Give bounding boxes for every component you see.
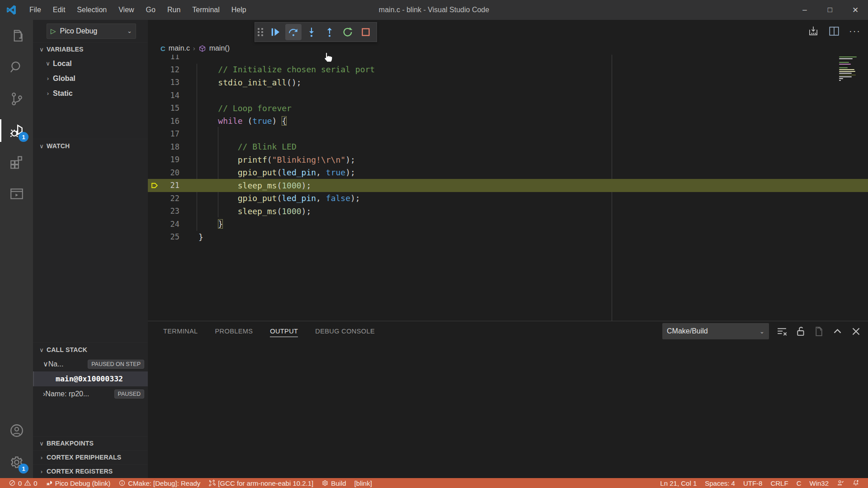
close-panel-icon[interactable] <box>850 326 862 337</box>
statusbar-platform[interactable]: Win32 <box>805 478 833 488</box>
restart-button[interactable] <box>340 24 356 40</box>
breadcrumb-symbol[interactable]: main() <box>209 44 230 52</box>
menu-help[interactable]: Help <box>226 0 252 20</box>
maximize-button[interactable]: □ <box>817 0 843 20</box>
statusbar-debug-session[interactable]: Pico Debug (blink) <box>42 478 115 488</box>
code-line[interactable]: 14 <box>148 89 868 102</box>
debug-sidebar: ▷ Pico Debug ⌄ ∨VARIABLES∨Local›Global›S… <box>33 20 148 478</box>
activitybar-explorer[interactable] <box>0 20 33 52</box>
statusbar-cmake-target[interactable]: [blink] <box>350 478 376 488</box>
flash-deploy-icon[interactable] <box>807 25 819 37</box>
step-into-button[interactable] <box>303 24 320 40</box>
breadcrumb-file[interactable]: main.c <box>169 44 190 52</box>
token <box>198 103 218 113</box>
code-line[interactable]: 19 printf("Blinking!\r\n"); <box>148 153 868 166</box>
variables-section-header[interactable]: ∨VARIABLES <box>33 42 148 56</box>
activitybar-settings[interactable]: 1 <box>0 446 33 478</box>
code-text: printf("Blinking!\r\n"); <box>198 155 355 164</box>
code-line[interactable]: 13 stdio_init_all(); <box>148 76 868 89</box>
panel-tab-debug-console[interactable]: DEBUG CONSOLE <box>315 321 375 341</box>
variables-body <box>33 101 148 139</box>
statusbar-encoding[interactable]: UTF-8 <box>739 478 767 488</box>
statusbar-notifications[interactable] <box>848 478 863 488</box>
menu-terminal[interactable]: Terminal <box>186 0 225 20</box>
minimize-button[interactable]: – <box>792 0 817 20</box>
code-line[interactable]: 12 // Initialize chosen serial port <box>148 63 868 76</box>
activitybar-extensions[interactable] <box>0 146 33 178</box>
step-out-button[interactable] <box>321 24 338 40</box>
statusbar-language-mode[interactable]: C <box>793 478 806 488</box>
auto-scroll-icon[interactable] <box>813 326 825 337</box>
tools-icon <box>208 479 216 487</box>
step-over-button[interactable] <box>285 24 302 40</box>
token: ( <box>277 193 282 203</box>
unlock-icon[interactable] <box>795 326 806 337</box>
start-debug-icon[interactable]: ▷ <box>51 27 56 35</box>
output-channel-dropdown[interactable]: CMake/Build ⌄ <box>662 323 769 339</box>
code-line[interactable]: 17 <box>148 127 868 141</box>
statusbar-indentation[interactable]: Spaces: 4 <box>701 478 739 488</box>
scope-label: Local <box>53 60 72 68</box>
statusbar-eol[interactable]: CRLF <box>766 478 792 488</box>
toolbar-grip-handle[interactable] <box>258 28 264 36</box>
continue-button[interactable] <box>267 24 283 40</box>
minimap[interactable] <box>837 56 863 88</box>
variables-scope-static[interactable]: ›Static <box>33 86 148 101</box>
more-actions-icon[interactable]: ··· <box>849 26 861 36</box>
panel-tab-terminal[interactable]: TERMINAL <box>163 321 198 341</box>
code-line[interactable]: 15 // Loop forever <box>148 102 868 115</box>
activitybar-account[interactable] <box>0 415 33 446</box>
chevron-right-icon: › <box>43 90 53 97</box>
statusbar-feedback[interactable] <box>833 478 848 488</box>
menu-edit[interactable]: Edit <box>47 0 71 20</box>
code-editor[interactable]: 1112 // Initialize chosen serial port13 … <box>148 55 868 321</box>
stop-button[interactable] <box>358 24 374 40</box>
token <box>198 142 238 151</box>
code-line[interactable]: 20 gpio_put(led_pin, true); <box>148 166 868 179</box>
badge-count: 1 <box>19 464 28 474</box>
menu-go[interactable]: Go <box>140 0 161 20</box>
split-editor-icon[interactable] <box>828 25 840 37</box>
activitybar-source-control[interactable] <box>0 83 33 115</box>
code-line[interactable]: 21 sleep_ms(1000); <box>148 179 868 192</box>
statusbar-cursor-position[interactable]: Ln 21, Col 1 <box>656 478 701 488</box>
statusbar-cmake-status[interactable]: CMake: [Debug]: Ready <box>114 478 204 488</box>
call-stack-thread[interactable]: ›Name: rp20...PAUSED <box>33 386 148 401</box>
statusbar-cmake-kit[interactable]: [GCC for arm-none-eabi 10.2.1] <box>204 478 317 488</box>
cortex-registers-section-header[interactable]: ›CORTEX REGISTERS <box>33 464 148 478</box>
code-line[interactable]: 16 while (true) { <box>148 115 868 128</box>
panel-tab-output[interactable]: OUTPUT <box>270 321 298 341</box>
statusbar-cmake-build[interactable]: Build <box>317 478 350 488</box>
clear-output-icon[interactable] <box>776 326 788 337</box>
line-number: 17 <box>161 129 179 138</box>
menu-run[interactable]: Run <box>161 0 186 20</box>
code-line[interactable]: 22 gpio_put(led_pin, false); <box>148 192 868 205</box>
menu-view[interactable]: View <box>113 0 140 20</box>
variables-scope-local[interactable]: ∨Local <box>33 56 148 71</box>
cortex-peripherals-section-header[interactable]: ›CORTEX PERIPHERALS <box>33 450 148 464</box>
activitybar-search[interactable] <box>0 52 33 83</box>
watch-section-header[interactable]: ∨WATCH <box>33 139 148 153</box>
call-stack-thread[interactable]: ∨Na...PAUSED ON STEP <box>33 357 148 371</box>
code-line[interactable]: 24 } <box>148 218 868 231</box>
stack-frame[interactable]: main@0x10000332 <box>33 371 148 386</box>
code-line[interactable]: 25} <box>148 230 868 244</box>
statusbar-problems[interactable]: 00 <box>5 478 42 488</box>
panel-tab-problems[interactable]: PROBLEMS <box>215 321 253 341</box>
call-stack-section-header[interactable]: ∨CALL STACK <box>33 343 148 357</box>
menu-file[interactable]: File <box>24 0 47 20</box>
maximize-panel-icon[interactable] <box>832 326 843 337</box>
activitybar-pico-project[interactable] <box>0 178 33 210</box>
panel-content[interactable] <box>148 341 868 478</box>
statusbar-label: UTF-8 <box>743 479 763 487</box>
token: led_pin <box>282 193 316 203</box>
variables-scope-global[interactable]: ›Global <box>33 71 148 86</box>
code-line[interactable]: 11 <box>148 55 868 63</box>
activitybar-run-and-debug[interactable]: 1 <box>0 115 33 146</box>
code-line[interactable]: 23 sleep_ms(1000); <box>148 205 868 218</box>
close-button[interactable]: ✕ <box>843 0 868 20</box>
breakpoints-section-header[interactable]: ∨BREAKPOINTS <box>33 436 148 450</box>
menu-selection[interactable]: Selection <box>71 0 113 20</box>
code-line[interactable]: 18 // Blink LED <box>148 141 868 154</box>
debug-config-dropdown[interactable]: ▷ Pico Debug ⌄ <box>47 23 136 39</box>
